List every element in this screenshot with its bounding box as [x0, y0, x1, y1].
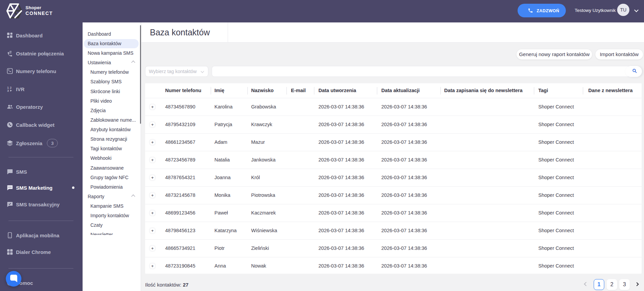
svg-text:3: 3 — [7, 89, 9, 92]
svg-text:2: 2 — [10, 86, 12, 89]
